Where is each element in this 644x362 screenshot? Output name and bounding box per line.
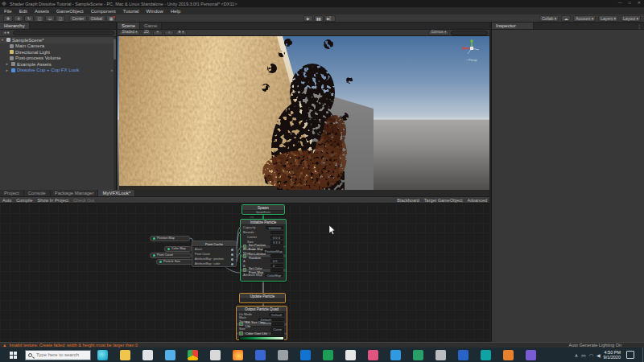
tab-hierarchy[interactable]: Hierarchy: [0, 23, 30, 29]
scene-search-input[interactable]: [451, 31, 488, 35]
tab-project[interactable]: Project: [0, 190, 24, 196]
maximize-button[interactable]: □: [629, 0, 631, 5]
action-center-icon[interactable]: [626, 351, 634, 359]
taskbar-app-icon[interactable]: [300, 350, 311, 360]
search-input[interactable]: [35, 352, 86, 358]
hierarchy-item-directional-light[interactable]: Directional Light: [0, 49, 116, 56]
input-port-dot[interactable]: [238, 227, 241, 229]
scene-header-row[interactable]: ▾ SampleScene*: [0, 37, 116, 43]
tab-inspector[interactable]: Inspector: [492, 23, 534, 29]
tab-vfx-graph[interactable]: MyVFXLook*: [98, 190, 135, 196]
taskbar-app-icon[interactable]: [142, 350, 153, 360]
grid-snap-icon[interactable]: ▦: [106, 15, 116, 22]
transform-tool-button[interactable]: ↻: [24, 15, 34, 22]
node-row[interactable]: Color Over Life: [237, 331, 287, 336]
color-over-life-gradient[interactable]: [239, 336, 284, 340]
check-out-button[interactable]: Check Out: [73, 198, 94, 203]
row-value[interactable]: [271, 323, 284, 326]
row-value[interactable]: [270, 231, 283, 234]
menu-item[interactable]: Tutorial: [123, 9, 139, 14]
input-port-dot[interactable]: [238, 232, 241, 234]
taskbar-app-icon[interactable]: [165, 350, 175, 360]
output-port-dot[interactable]: [231, 253, 233, 256]
pivot-toggle[interactable]: Center: [69, 15, 87, 22]
gizmos-dropdown[interactable]: Gizmos ▾: [428, 31, 449, 35]
hierarchy-item-dissolve-prefab[interactable]: ▸ Dissolve Cup + Cup FX Look ›: [0, 68, 116, 74]
layers-dropdown[interactable]: Layers ▾: [598, 15, 618, 22]
compile-button[interactable]: Compile: [16, 198, 32, 203]
taskbar-app-icon[interactable]: [188, 350, 198, 360]
taskbar-app-icon[interactable]: [458, 350, 469, 360]
start-button[interactable]: [10, 352, 17, 359]
taskbar-search[interactable]: [25, 350, 91, 360]
property-pill[interactable]: Color Map: [164, 246, 192, 252]
transform-tool-button[interactable]: ✛: [14, 15, 23, 22]
output-port-dot[interactable]: [231, 263, 233, 265]
blackboard-toggle[interactable]: Blackboard: [397, 198, 419, 203]
show-in-project-button[interactable]: Show In Project: [38, 198, 69, 203]
operator-node[interactable]: Point Cache Asset Point Count: [192, 241, 237, 267]
cloud-icon[interactable]: ☁: [561, 15, 571, 22]
transform-tool-button[interactable]: ◲: [56, 15, 65, 22]
taskbar-app-icon[interactable]: [97, 350, 108, 360]
update-context-node[interactable]: Update Particle: [239, 293, 286, 303]
status-bar[interactable]: ▲ Invalid texture. Create failed: width …: [0, 342, 644, 348]
effects-dropdown[interactable]: ❖ ▾: [175, 31, 187, 35]
foldout-arrow-icon[interactable]: ▾: [0, 38, 5, 42]
taskbar-app-icon[interactable]: [323, 350, 333, 360]
taskbar-app-icon[interactable]: [526, 350, 536, 360]
tray-icon[interactable]: ∧: [575, 352, 578, 358]
menu-item[interactable]: Assets: [35, 9, 49, 14]
taskbar-app-icon[interactable]: [210, 350, 221, 360]
graph-canvas[interactable]: Spawn SpawnEvent Initialize Particle Cap…: [0, 204, 489, 342]
pause-button[interactable]: ▮▮: [314, 15, 324, 22]
taskbar-app-icon[interactable]: [436, 350, 446, 360]
tab-game[interactable]: Game: [140, 23, 162, 29]
projection-label[interactable]: ‹ Persp: [460, 58, 483, 62]
transform-tool-button[interactable]: ▭: [45, 15, 55, 22]
taskbar-app-icon[interactable]: [278, 350, 288, 360]
row-value[interactable]: [270, 269, 283, 272]
property-pill[interactable]: Position Map: [150, 236, 190, 241]
create-menu-button[interactable]: + ▾: [2, 31, 11, 35]
menu-item[interactable]: Help: [171, 9, 180, 14]
row-value[interactable]: 2: [270, 264, 283, 267]
row-value[interactable]: [271, 331, 284, 335]
menu-item[interactable]: GameObject: [56, 9, 84, 14]
hierarchy-search-input[interactable]: [13, 31, 114, 35]
2d-toggle[interactable]: 2D: [142, 31, 151, 35]
hierarchy-scrollbar[interactable]: [114, 37, 116, 190]
operator-row[interactable]: AttributeMap : color: [192, 261, 236, 266]
transform-tool-button[interactable]: ◱: [35, 15, 44, 22]
foldout-arrow-icon[interactable]: ▸: [5, 68, 10, 72]
tab-scene[interactable]: Scene: [118, 23, 140, 29]
prefab-open-arrow-icon[interactable]: ›: [111, 68, 113, 72]
taskbar-app-icon[interactable]: [255, 350, 266, 360]
advanced-toggle[interactable]: Advanced: [468, 198, 487, 203]
tray-icon[interactable]: ◠: [589, 352, 593, 358]
taskbar-app-icon[interactable]: [481, 350, 491, 360]
hierarchy-item-example-assets[interactable]: ▸ Example Assets: [0, 61, 116, 68]
target-gameobject-toggle[interactable]: Target GameObject: [424, 198, 463, 203]
initialize-context-node[interactable]: Initialize Particle Capacity 1000000 Bou…: [240, 219, 287, 282]
layout-dropdown[interactable]: Layout ▾: [621, 15, 641, 22]
tray-icon[interactable]: ▭: [581, 352, 586, 358]
play-button[interactable]: ▶: [303, 15, 313, 22]
menu-item[interactable]: File: [4, 9, 12, 14]
hierarchy-item-postprocess-volume[interactable]: Post-process Volume: [0, 56, 116, 62]
property-pill[interactable]: Particle Size: [156, 259, 196, 265]
row-value[interactable]: [270, 254, 283, 257]
panel-menu-icon[interactable]: ⋮: [637, 23, 644, 29]
taskbar-app-icon[interactable]: [413, 350, 423, 360]
input-port-dot[interactable]: [238, 253, 241, 255]
property-pill[interactable]: Point Count: [150, 253, 192, 258]
menu-item[interactable]: Window: [147, 9, 163, 14]
taskbar-app-icon[interactable]: [368, 350, 378, 360]
row-value[interactable]: Curve: [270, 327, 284, 331]
menu-item[interactable]: Component: [91, 9, 116, 14]
rotation-toggle[interactable]: Global: [88, 15, 105, 22]
tab-package-manager[interactable]: Package Manager: [51, 190, 99, 196]
minimize-button[interactable]: —: [618, 0, 622, 5]
transform-tool-button[interactable]: ✥: [3, 15, 13, 22]
close-button[interactable]: ✕: [638, 0, 641, 5]
